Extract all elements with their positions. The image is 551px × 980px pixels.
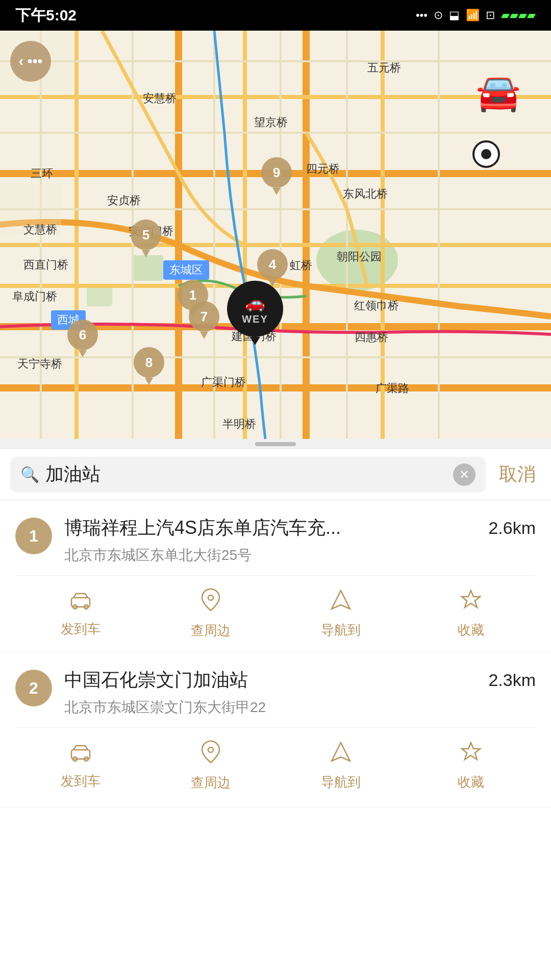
car-action-icon-2 [69,742,92,767]
result-dist-2: 2.3km [488,670,536,690]
wey-car-icon: 🚗 [245,293,265,312]
action-row-1: 发到车 查周边 导航到 [15,575,536,652]
car-marker: 🚘 [476,71,520,113]
svg-rect-2 [133,255,163,281]
signal-icon: ••• [416,9,428,22]
map-pin-5[interactable]: 5 [130,219,162,257]
svg-point-34 [208,747,213,752]
search-icon: 🔍 [20,465,39,483]
status-time: 下午5:02 [15,5,77,26]
result-addr-1: 北京市东城区东单北大街25号 [64,546,536,565]
back-icon: ‹ ••• [19,53,43,69]
action-label-navigate-1: 导航到 [321,621,361,639]
action-send-to-car-1[interactable]: 发到车 [15,590,145,638]
map-area[interactable]: ‹ ••• 🚘 9 5 4 1 7 6 8 🚗 WEY 东城 [0,31,551,439]
battery-icon: ▰▰▰▰ [501,9,536,22]
result-num-1: 1 [15,518,52,554]
action-label-favorite-2: 收藏 [458,773,484,791]
action-navigate-1[interactable]: 导航到 [276,589,406,639]
bluetooth-icon: ⬓ [449,9,460,22]
location-target[interactable] [472,140,500,168]
action-row-2: 发到车 查周边 导航到 [15,727,536,797]
svg-rect-3 [87,286,112,306]
action-favorite-2[interactable]: 收藏 [406,741,536,791]
search-bar: 🔍 ✕ 取消 [0,449,551,500]
result-num-2: 2 [15,670,52,706]
result-name-1: 博瑞祥程上汽4S店东单店汽车充... [64,516,483,541]
svg-point-1 [316,230,398,291]
svg-rect-26 [0,184,61,235]
wey-brand-label: WEY [242,313,268,325]
result-info-1: 博瑞祥程上汽4S店东单店汽车充... 2.6km 北京市东城区东单北大街25号 [64,516,536,565]
action-nearby-1[interactable]: 查周边 [145,588,276,640]
wey-brand-pin[interactable]: 🚗 WEY [224,281,286,347]
location-action-icon-2 [201,740,220,769]
svg-point-30 [208,595,213,600]
location-action-icon [201,588,220,617]
result-header-2: 2 中国石化崇文门加油站 2.3km 北京市东城区崇文门东大街甲22 [15,668,536,727]
svg-rect-0 [0,31,551,439]
action-nearby-2[interactable]: 查周边 [145,740,276,792]
navigate-action-icon-2 [330,741,352,768]
result-header-1: 1 博瑞祥程上汽4S店东单店汽车充... 2.6km 北京市东城区东单北大街25… [15,516,536,575]
result-addr-2: 北京市东城区崇文门东大街甲22 [64,698,536,717]
result-title-row-1: 博瑞祥程上汽4S店东单店汽车充... 2.6km [64,516,536,541]
result-info-2: 中国石化崇文门加油站 2.3km 北京市东城区崇文门东大街甲22 [64,668,536,717]
sim-icon: ⊡ [486,9,495,22]
star-action-icon-2 [460,741,482,768]
action-label-send-to-car-1: 发到车 [61,620,101,638]
action-label-nearby-2: 查周边 [191,774,231,792]
map-pin-9[interactable]: 9 [260,157,293,195]
search-clear-button[interactable]: ✕ [453,463,475,486]
result-title-row-2: 中国石化崇文门加油站 2.3km [64,668,536,693]
search-input[interactable] [45,464,447,485]
action-label-navigate-2: 导航到 [321,773,361,791]
car-action-icon [69,590,92,615]
action-label-nearby-1: 查周边 [191,622,231,640]
map-pin-8[interactable]: 8 [133,347,165,385]
wifi-icon: 📶 [466,9,480,22]
search-input-wrapper[interactable]: 🔍 ✕ [10,457,486,493]
star-action-icon [460,589,482,616]
scroll-indicator [0,439,551,449]
result-item-1: 1 博瑞祥程上汽4S店东单店汽车充... 2.6km 北京市东城区东单北大街25… [0,500,551,652]
gps-icon: ⊙ [434,9,443,22]
map-pin-6[interactable]: 6 [66,320,99,357]
action-send-to-car-2[interactable]: 发到车 [15,742,145,790]
action-favorite-1[interactable]: 收藏 [406,589,536,639]
search-cancel-button[interactable]: 取消 [494,462,541,487]
result-dist-1: 2.6km [488,518,536,538]
result-list: 1 博瑞祥程上汽4S店东单店汽车充... 2.6km 北京市东城区东单北大街25… [0,500,551,807]
result-item-2: 2 中国石化崇文门加油站 2.3km 北京市东城区崇文门东大街甲22 [0,652,551,807]
status-icons: ••• ⊙ ⬓ 📶 ⊡ ▰▰▰▰ [416,9,536,22]
dongcheng-district-label: 东城区 [163,260,209,280]
action-label-favorite-1: 收藏 [458,621,484,639]
action-navigate-2[interactable]: 导航到 [276,741,406,791]
back-button[interactable]: ‹ ••• [10,41,51,82]
navigate-action-icon [330,589,352,616]
map-pin-7[interactable]: 7 [188,301,220,339]
status-bar: 下午5:02 ••• ⊙ ⬓ 📶 ⊡ ▰▰▰▰ [0,0,551,31]
action-label-send-to-car-2: 发到车 [61,772,101,790]
map-svg [0,31,551,439]
scroll-dot [255,442,296,446]
result-name-2: 中国石化崇文门加油站 [64,668,483,693]
